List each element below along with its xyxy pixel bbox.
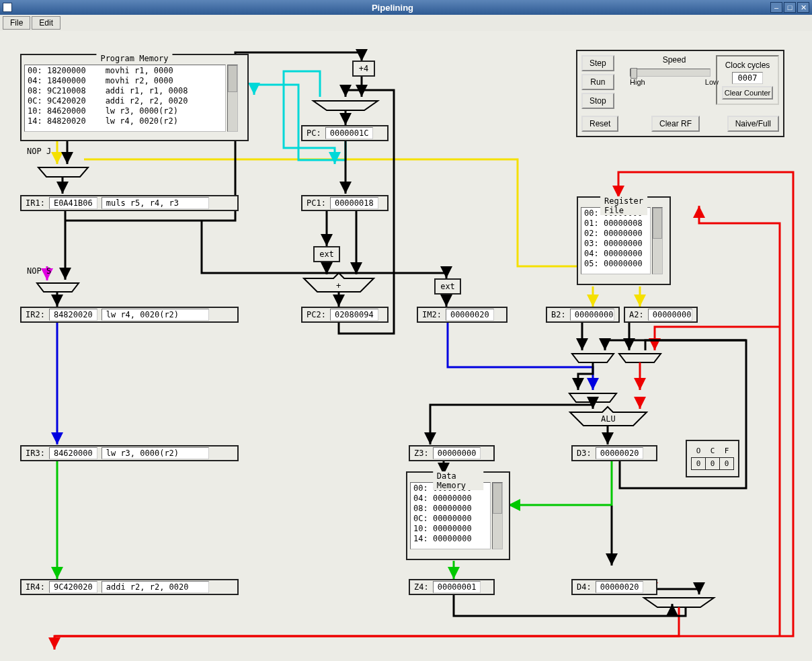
im2-label: IM2: bbox=[422, 310, 442, 319]
ir3-asm: lw r3, 0000(r2) bbox=[102, 447, 209, 459]
ocf-value-c: 0 bbox=[706, 457, 720, 469]
pm-row: 04: 18400000 movhi r2, 0000 bbox=[28, 76, 222, 86]
dm-row: 14: 00000000 bbox=[413, 534, 487, 544]
window-maximize-button[interactable]: □ bbox=[784, 2, 796, 13]
pc-value: 0000001C bbox=[325, 127, 374, 139]
d4-value: 00000020 bbox=[596, 581, 644, 593]
ocf-header-f: F bbox=[720, 445, 734, 457]
window-app-icon bbox=[3, 3, 12, 12]
z4-value: 00000001 bbox=[433, 581, 481, 593]
naive-full-button[interactable]: Naive/Full bbox=[727, 116, 779, 132]
im2-register: IM2: 00000020 bbox=[417, 307, 508, 323]
ext1-box: ext bbox=[313, 246, 340, 262]
data-memory-scrollbar[interactable] bbox=[492, 482, 503, 549]
speed-label: Speed bbox=[630, 55, 719, 65]
register-file-scrollbar[interactable] bbox=[652, 207, 663, 274]
ir4-asm: addi r2, r2, 0020 bbox=[102, 581, 209, 593]
run-button[interactable]: Run bbox=[581, 74, 614, 90]
ir2-register: IR2: 84820020 lw r4, 0020(r2) bbox=[20, 307, 239, 323]
ir3-register: IR3: 84620000 lw r3, 0000(r2) bbox=[20, 445, 239, 461]
ocf-header-c: C bbox=[706, 445, 720, 457]
rf-row: 04: 00000000 bbox=[584, 249, 647, 259]
svg-marker-6 bbox=[569, 393, 616, 402]
ocf-value-o: 0 bbox=[692, 457, 706, 469]
d3-register: D3: 00000020 bbox=[571, 445, 657, 461]
program-memory-list[interactable]: 00: 18200000 movhi r1, 0000 04: 18400000… bbox=[24, 65, 226, 132]
ext1-label: ext bbox=[319, 249, 334, 259]
pc-label: PC: bbox=[307, 128, 321, 138]
menu-file[interactable]: File bbox=[3, 16, 30, 30]
a2-label: A2: bbox=[629, 310, 644, 319]
a2-value: 00000000 bbox=[648, 309, 692, 321]
a2-register: A2: 00000000 bbox=[624, 307, 698, 323]
z3-value: 00000000 bbox=[433, 447, 481, 459]
step-button[interactable]: Step bbox=[581, 55, 614, 71]
ir1-hex: E0A41B06 bbox=[49, 197, 97, 209]
nop-j-label: NOP J bbox=[27, 147, 51, 156]
ir1-label: IR1: bbox=[26, 198, 45, 208]
pc2-register: PC2: 02080094 bbox=[301, 307, 389, 323]
pm-row: 08: 9C210008 addi r1, r1, 0008 bbox=[28, 86, 222, 96]
ir4-label: IR4: bbox=[26, 582, 45, 592]
b2-value: 00000000 bbox=[570, 309, 614, 321]
speed-slider[interactable] bbox=[630, 69, 710, 77]
rf-row: 05: 00000000 bbox=[584, 259, 647, 269]
b2-label: B2: bbox=[551, 310, 566, 319]
clock-cycles-label: Clock cycles bbox=[721, 61, 774, 70]
d3-value: 00000020 bbox=[596, 447, 644, 459]
register-file-panel: Register File 00: 00000000 01: 00000008 … bbox=[577, 196, 671, 285]
program-memory-scrollbar[interactable] bbox=[227, 65, 238, 132]
register-file-list[interactable]: 00: 00000000 01: 00000008 02: 00000000 0… bbox=[581, 207, 651, 274]
ocf-header-o: O bbox=[692, 445, 706, 457]
ir3-label: IR3: bbox=[26, 449, 45, 458]
data-memory-panel: Data Memory 00: 00000000 04: 00000000 08… bbox=[406, 471, 510, 560]
ext2-box: ext bbox=[434, 278, 461, 295]
alu-label: ALU bbox=[601, 414, 616, 424]
z4-label: Z4: bbox=[414, 582, 429, 592]
ext2-label: ext bbox=[440, 282, 455, 291]
menubar: File Edit bbox=[0, 15, 812, 31]
pc2-value: 02080094 bbox=[330, 309, 378, 321]
clock-cycles-value: 0007 bbox=[732, 72, 763, 84]
pc1-value: 00000018 bbox=[330, 197, 378, 209]
d3-label: D3: bbox=[577, 449, 592, 458]
rf-row: 03: 00000000 bbox=[584, 239, 647, 249]
window-minimize-button[interactable]: – bbox=[770, 2, 782, 13]
data-memory-list[interactable]: 00: 00000000 04: 00000000 08: 00000000 0… bbox=[410, 482, 491, 549]
svg-marker-2 bbox=[313, 101, 378, 110]
svg-marker-8 bbox=[644, 598, 714, 607]
clear-counter-button[interactable]: Clear Counter bbox=[722, 86, 773, 100]
stop-button[interactable]: Stop bbox=[581, 93, 614, 109]
register-file-caption: Register File bbox=[600, 196, 647, 215]
ocf-value-f: 0 bbox=[720, 457, 734, 469]
data-memory-caption: Data Memory bbox=[433, 471, 484, 490]
reset-button[interactable]: Reset bbox=[581, 116, 618, 132]
clear-rf-button[interactable]: Clear RF bbox=[651, 116, 700, 132]
dm-row: 10: 00000000 bbox=[413, 524, 487, 534]
menu-edit[interactable]: Edit bbox=[32, 16, 60, 30]
ir1-asm: muls r5, r4, r3 bbox=[102, 197, 209, 209]
d4-register: D4: 00000020 bbox=[571, 579, 657, 595]
window-close-button[interactable]: ✕ bbox=[797, 2, 809, 13]
plus4-label: +4 bbox=[359, 64, 368, 73]
im2-value: 00000020 bbox=[446, 309, 494, 321]
rf-row: 02: 00000000 bbox=[584, 229, 647, 239]
ir2-label: IR2: bbox=[26, 310, 45, 319]
dm-row: 04: 00000000 bbox=[413, 494, 487, 504]
pc1-register: PC1: 00000018 bbox=[301, 195, 389, 211]
ir2-asm: lw r4, 0020(r2) bbox=[102, 309, 209, 321]
svg-marker-5 bbox=[619, 354, 661, 362]
pipeline-canvas: Program Memory 00: 18200000 movhi r1, 00… bbox=[0, 31, 812, 661]
rf-row: 01: 00000008 bbox=[584, 219, 647, 229]
control-panel: Step Run Stop Reset Speed High Low Clear… bbox=[576, 50, 784, 137]
pm-row: 14: 84820020 lw r4, 0020(r2) bbox=[28, 116, 222, 126]
ir3-hex: 84620000 bbox=[49, 447, 97, 459]
b2-register: B2: 00000000 bbox=[546, 307, 620, 323]
speed-high-label: High bbox=[630, 78, 645, 86]
svg-marker-4 bbox=[572, 354, 614, 362]
svg-marker-1 bbox=[37, 283, 79, 292]
z3-register: Z3: 00000000 bbox=[409, 445, 495, 461]
dm-row: 0C: 00000000 bbox=[413, 514, 487, 524]
pm-row: 0C: 9C420020 addi r2, r2, 0020 bbox=[28, 96, 222, 106]
z4-register: Z4: 00000001 bbox=[409, 579, 495, 595]
